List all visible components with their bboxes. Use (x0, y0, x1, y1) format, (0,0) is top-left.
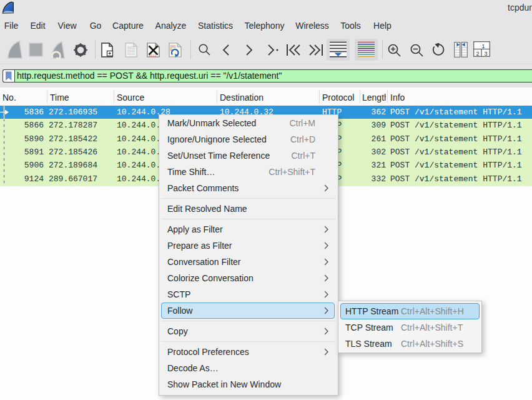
svg-text:2: 2 (476, 51, 480, 57)
svg-text:0111: 0111 (127, 52, 135, 56)
svg-text:1: 1 (482, 43, 485, 49)
svg-text:3: 3 (485, 51, 488, 57)
